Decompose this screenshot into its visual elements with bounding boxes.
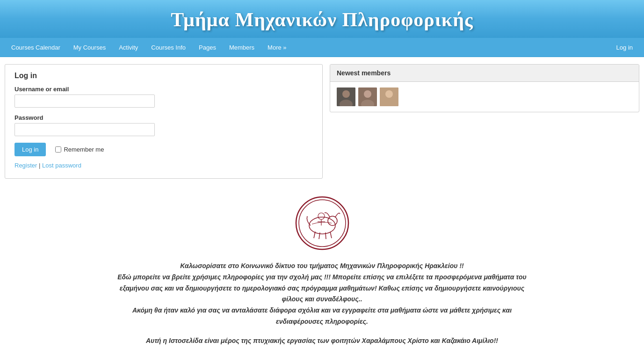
nav-courses-calendar[interactable]: Courses Calendar [5,39,67,56]
svg-point-17 [318,213,325,219]
member-avatar-2[interactable] [358,87,377,106]
separator: | [39,162,40,169]
main-nav: Courses Calendar My Courses Activity Cou… [0,37,644,57]
svg-point-7 [385,90,393,98]
member-avatar-1[interactable] [337,87,355,106]
member-avatar-3[interactable] [380,87,398,106]
nav-items: Courses Calendar My Courses Activity Cou… [5,39,610,56]
login-form-row: Log in Remember me [14,143,313,156]
svg-point-12 [328,216,337,226]
site-title: Τμήμα Μηχανικών Πληροφορικής [0,8,644,31]
footer-text: Αυτή η Ιστοσελίδα είναι μέρος της πτυχια… [112,337,533,344]
username-input[interactable] [14,95,155,108]
svg-line-16 [330,232,332,238]
password-label: Password [14,114,313,121]
newest-members-widget: Newest members [330,64,639,112]
nav-more[interactable]: More » [261,39,293,56]
university-seal [294,195,350,251]
nav-login[interactable]: Log in [610,39,639,56]
nav-members[interactable]: Members [223,39,261,56]
remember-label: Remember me [55,146,104,153]
remember-checkbox[interactable] [55,146,61,153]
login-panel: Log in Username or email Password Log in… [5,64,323,179]
bottom-content: Καλωσορίσατε στο Κοινωνικό δίκτυο του τμ… [0,186,644,354]
site-header: Τμήμα Μηχανικών Πληροφορικής [0,0,644,37]
main-content: Log in Username or email Password Log in… [0,57,644,186]
svg-line-15 [326,233,326,239]
nav-courses-info[interactable]: Courses Info [145,39,192,56]
svg-point-1 [342,90,350,98]
svg-point-10 [299,200,346,247]
nav-my-courses[interactable]: My Courses [67,39,112,56]
password-input[interactable] [14,123,155,136]
nav-activity[interactable]: Activity [112,39,145,56]
login-title: Log in [14,72,313,80]
svg-point-9 [296,197,348,249]
register-links: Register | Lost password [14,162,313,169]
username-label: Username or email [14,86,313,93]
welcome-text: Καλωσορίσατε στο Κοινωνικό δίκτυο του τμ… [112,261,533,328]
nav-pages[interactable]: Pages [192,39,223,56]
lost-password-link[interactable]: Lost password [42,162,81,169]
register-link[interactable]: Register [14,162,37,169]
newest-members-title: Newest members [330,65,639,82]
login-button[interactable]: Log in [14,143,46,156]
svg-point-4 [364,90,371,98]
right-panel: Newest members [330,64,639,179]
newest-members-body [330,82,639,112]
